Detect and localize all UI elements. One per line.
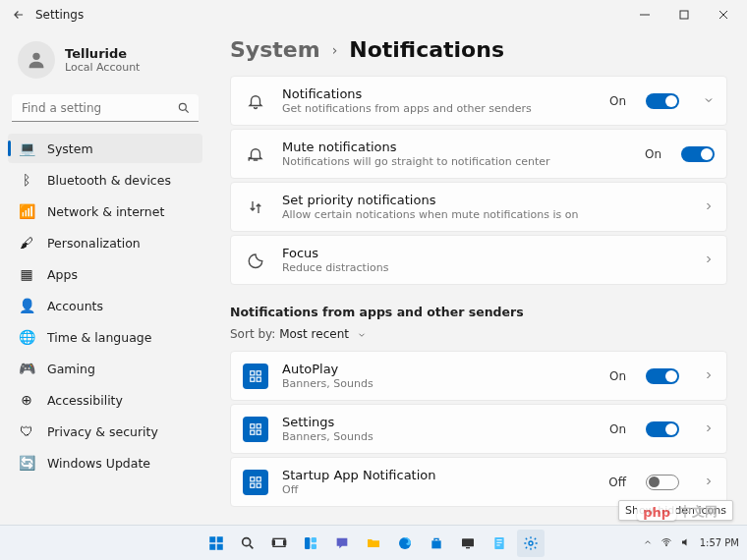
svg-rect-24	[312, 537, 316, 542]
toggle-switch[interactable]	[646, 475, 679, 490]
sort-row: Sort by: Most recent	[230, 327, 727, 341]
sidebar-item-apps[interactable]: ▦Apps	[8, 259, 202, 289]
card-title: Mute notifications	[282, 140, 631, 154]
setting-focus[interactable]: FocusReduce distractions	[230, 235, 727, 285]
setting-mute[interactable]: Mute notificationsNotifications will go …	[230, 129, 727, 179]
svg-rect-16	[217, 536, 223, 542]
search-box	[12, 94, 199, 122]
sidebar-item-label: Gaming	[47, 362, 95, 376]
toggle-switch[interactable]	[646, 93, 679, 109]
taskbar-start[interactable]	[202, 530, 230, 557]
taskbar: 1:57 PM	[0, 525, 747, 560]
chevron-down-icon[interactable]	[703, 91, 715, 110]
volume-icon[interactable]	[680, 536, 692, 550]
svg-point-31	[665, 544, 666, 545]
close-button[interactable]	[704, 1, 743, 28]
card-sub: Get notifications from apps and other se…	[282, 102, 596, 115]
sidebar-item-label: Apps	[47, 267, 78, 282]
toggle-state: Off	[608, 476, 626, 489]
setting-priority[interactable]: Set priority notificationsAllow certain …	[230, 182, 727, 232]
card-sub: Notifications will go straight to notifi…	[282, 155, 631, 168]
svg-rect-9	[251, 430, 255, 434]
sidebar-item-gaming[interactable]: 🎮Gaming	[8, 354, 202, 383]
sidebar-icon: 👤	[18, 297, 35, 314]
system-tray[interactable]: 1:57 PM	[643, 536, 739, 550]
chevron-right-icon	[703, 473, 715, 491]
taskbar-settings[interactable]	[517, 530, 545, 557]
app-sender-settings[interactable]: SettingsBanners, Sounds On	[230, 404, 727, 454]
toggle-switch[interactable]	[646, 368, 679, 384]
settings-list: NotificationsGet notifications from apps…	[230, 76, 727, 285]
card-sub: Banners, Sounds	[282, 430, 596, 443]
sidebar-icon: 🎮	[18, 360, 35, 377]
app-senders-list: AutoPlayBanners, Sounds On SettingsBanne…	[230, 351, 727, 507]
svg-rect-28	[466, 547, 470, 548]
chevron-right-icon	[703, 251, 715, 269]
taskbar-taskview[interactable]	[265, 530, 293, 557]
sidebar-item-label: Bluetooth & devices	[47, 173, 171, 188]
taskbar-notes[interactable]	[486, 530, 513, 557]
sidebar-item-label: Accessibility	[47, 393, 123, 408]
sidebar-item-windows-update[interactable]: 🔄Windows Update	[8, 448, 202, 477]
sidebar-item-label: Accounts	[47, 299, 103, 313]
taskbar-search[interactable]	[234, 530, 261, 557]
setting-notifications[interactable]: NotificationsGet notifications from apps…	[230, 76, 727, 126]
focus-icon	[243, 249, 268, 272]
maximize-button[interactable]	[664, 1, 704, 28]
svg-rect-11	[251, 476, 255, 480]
breadcrumb-parent[interactable]: System	[230, 37, 320, 62]
toggle-switch[interactable]	[646, 421, 679, 437]
card-title: Startup App Notification	[282, 468, 595, 482]
toggle-state: On	[645, 147, 661, 161]
search-input[interactable]	[12, 94, 199, 122]
taskbar-store[interactable]	[423, 530, 450, 557]
sidebar-item-label: Network & internet	[47, 204, 164, 219]
svg-rect-23	[305, 537, 310, 549]
sidebar-item-bluetooth-devices[interactable]: ᛒBluetooth & devices	[8, 165, 202, 195]
card-sub: Reduce distractions	[282, 261, 679, 274]
svg-rect-22	[284, 540, 286, 544]
card-sub: Banners, Sounds	[282, 377, 596, 390]
profile-block[interactable]: Telluride Local Account	[8, 35, 202, 88]
taskbar-widgets[interactable]	[297, 530, 324, 557]
svg-rect-10	[257, 430, 260, 434]
tray-expand-icon[interactable]	[643, 537, 653, 549]
clock[interactable]: 1:57 PM	[700, 537, 739, 548]
wifi-icon[interactable]	[661, 536, 672, 550]
sort-label: Sort by:	[230, 327, 275, 341]
sidebar-item-personalization[interactable]: 🖌Personalization	[8, 228, 202, 257]
svg-rect-0	[680, 11, 688, 19]
sidebar: Telluride Local Account 💻SystemᛒBluetoot…	[0, 29, 210, 525]
taskbar-remote[interactable]	[454, 530, 482, 557]
app-icon	[243, 364, 268, 389]
toggle-state: On	[609, 369, 626, 383]
sidebar-item-network-internet[interactable]: 📶Network & internet	[8, 196, 202, 226]
taskbar-files[interactable]	[360, 530, 387, 557]
section-header: Notifications from apps and other sender…	[230, 305, 727, 319]
taskbar-chat[interactable]	[328, 530, 356, 557]
toggle-state: On	[609, 94, 626, 108]
avatar	[18, 41, 55, 79]
svg-point-30	[529, 541, 533, 545]
card-title: Set priority notifications	[282, 193, 679, 207]
sidebar-item-accessibility[interactable]: ⊕Accessibility	[8, 385, 202, 415]
svg-rect-18	[217, 543, 223, 549]
svg-rect-14	[257, 483, 260, 487]
svg-rect-15	[209, 536, 215, 542]
card-title: Settings	[282, 415, 596, 429]
sidebar-item-accounts[interactable]: 👤Accounts	[8, 291, 202, 320]
taskbar-edge[interactable]	[391, 530, 419, 557]
sort-dropdown[interactable]: Most recent	[279, 327, 367, 341]
app-sender-autoplay[interactable]: AutoPlayBanners, Sounds On	[230, 351, 727, 401]
sidebar-item-system[interactable]: 💻System	[8, 134, 202, 163]
sidebar-item-label: Privacy & security	[47, 424, 158, 439]
toggle-switch[interactable]	[681, 146, 715, 162]
minimize-button[interactable]	[625, 1, 664, 28]
sidebar-item-time-language[interactable]: 🌐Time & language	[8, 322, 202, 352]
back-button[interactable]	[4, 0, 33, 29]
sidebar-item-label: Personalization	[47, 236, 141, 251]
card-title: Focus	[282, 246, 679, 260]
window-title: Settings	[35, 8, 84, 22]
sidebar-item-privacy-security[interactable]: 🛡Privacy & security	[8, 417, 202, 446]
svg-point-19	[243, 537, 251, 545]
